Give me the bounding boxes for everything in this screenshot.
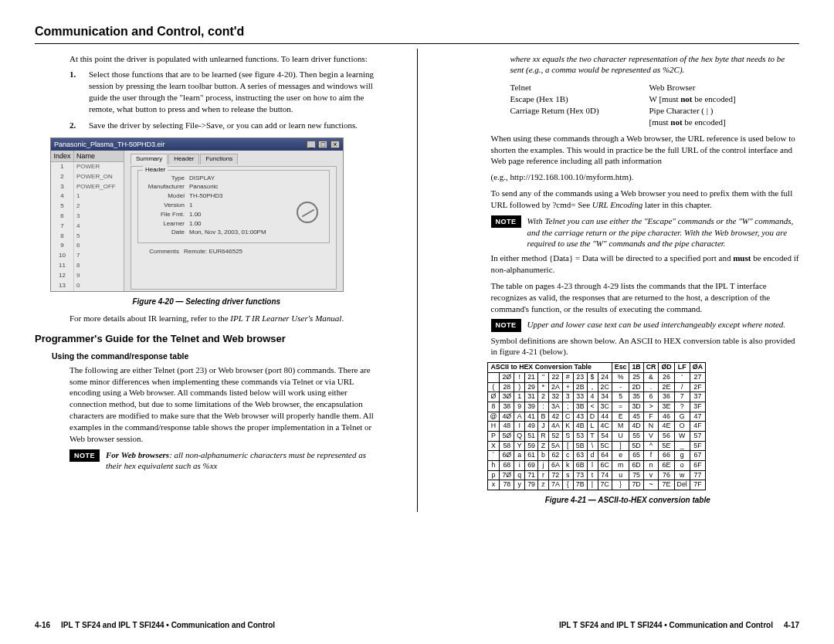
ascii-cell: 6E [659, 461, 674, 471]
ascii-cell: 74 [598, 470, 612, 480]
ascii-cell: 51 [525, 432, 538, 442]
ascii-cell: . [643, 382, 659, 392]
function-row[interactable]: 107 [51, 251, 124, 261]
ascii-cell: P [487, 432, 500, 442]
ascii-cell: U [612, 432, 629, 442]
ascii-cell: ( [487, 382, 500, 392]
ascii-cell: T [587, 432, 598, 442]
ascii-cell: 4B [573, 422, 587, 432]
ascii-cell: 4C [598, 422, 612, 432]
manual-name: IPL T IR Learner User's Manual [230, 314, 341, 323]
note-badge: NOTE [491, 215, 521, 228]
ascii-cell: [ [562, 441, 573, 451]
tab-summary[interactable]: Summary [131, 154, 168, 164]
using-table-heading: Using the command/response table [52, 351, 378, 361]
ascii-cell: W [674, 432, 690, 442]
ascii-cell: > [643, 402, 659, 412]
ascii-cell: - [612, 382, 629, 392]
step-num: 2. [70, 120, 76, 131]
ascii-cell: 57 [690, 432, 705, 442]
telnet-web-table: Telnet Web Browser Escape (Hex 1B) W [mu… [510, 82, 788, 127]
ascii-cell: 3F [690, 402, 705, 412]
ascii-row: H48I49J4AK4BL4CM4DN4EO4F [487, 422, 706, 432]
ascii-row: (28)29*2A+2B,2C-2D.2E/2F [487, 382, 706, 392]
url-ref-text: When using these commands through a Web … [456, 133, 800, 168]
ascii-cell: j [537, 461, 548, 471]
ascii-cell: 4F [690, 422, 705, 432]
ascii-cell: 6Ø [500, 451, 514, 461]
ascii-cell: 6A [548, 461, 562, 471]
tab-header[interactable]: Header [168, 154, 199, 164]
ascii-cell: 4A [548, 422, 562, 432]
ascii-cell: 26 [659, 372, 674, 382]
step-2: 2. Save the driver by selecting File->Sa… [89, 120, 378, 131]
ascii-cell: D [587, 412, 598, 422]
header-field: ManufacturerPanasonic [143, 183, 324, 192]
ascii-cell: $ [587, 372, 598, 382]
lf-label: LF [674, 363, 690, 373]
col-index: Index [51, 151, 74, 161]
note-telnet: NOTE With Telnet you can use either the … [491, 215, 800, 250]
ascii-row: h68i69j6Ak6Bl6Cm6Dn6Eo6F [487, 461, 706, 471]
ascii-cell: 22 [548, 372, 562, 382]
ascii-cell: 39 [525, 402, 538, 412]
ascii-cell: 3Ø [500, 392, 514, 402]
ascii-cell: 42 [548, 412, 562, 422]
ascii-cell: 27 [690, 372, 705, 382]
ascii-cell: 52 [548, 432, 562, 442]
ascii-cell: G [674, 412, 690, 422]
ascii-cell: e [612, 451, 629, 461]
ascii-cell: 43 [573, 412, 587, 422]
function-row[interactable]: 52 [51, 202, 124, 212]
ascii-cell: s [562, 470, 573, 480]
window-controls: _ □ × [306, 140, 340, 149]
function-row[interactable]: 130 [51, 281, 124, 291]
ascii-cell: u [612, 470, 629, 480]
function-row[interactable]: 129 [51, 271, 124, 281]
ascii-cell: 53 [573, 432, 587, 442]
device-icon [297, 202, 318, 223]
ascii-cell: 24 [598, 372, 612, 382]
intro-text: At this point the driver is populated wi… [35, 53, 378, 65]
ascii-cell: I [514, 422, 525, 432]
step-1: 1. Select those functions that are to be… [89, 69, 378, 114]
ascii-cell: 35 [629, 392, 643, 402]
function-row[interactable]: 96 [51, 241, 124, 251]
ascii-cell: 36 [659, 392, 674, 402]
function-row[interactable]: 1POWER [51, 162, 124, 172]
ascii-cell: 55 [629, 432, 643, 442]
ascii-cell: k [562, 461, 573, 471]
function-row[interactable]: 85 [51, 232, 124, 242]
function-row[interactable]: 74 [51, 222, 124, 232]
tab-functions[interactable]: Functions [200, 154, 238, 164]
ascii-cell: 3D [629, 402, 643, 412]
ascii-cell: 5A [548, 441, 562, 451]
ascii-cell: 76 [659, 470, 674, 480]
ascii-cell: & [643, 372, 659, 382]
ascii-cell: } [612, 480, 629, 490]
close-icon[interactable]: × [331, 141, 340, 148]
ascii-cell: 4Ø [500, 412, 514, 422]
maximize-icon[interactable]: □ [318, 141, 327, 148]
function-row[interactable]: 41 [51, 192, 124, 202]
function-row[interactable]: 14VOL+ [51, 290, 124, 291]
figure-4-20-caption: Figure 4-20 — Selecting driver functions [35, 297, 378, 307]
ascii-cell: y [514, 480, 525, 490]
ascii-cell: 45 [629, 412, 643, 422]
cr-label: CR [643, 363, 659, 373]
ascii-cell: 3E [659, 402, 674, 412]
ascii-cell: C [562, 412, 573, 422]
ascii-cell: 41 [525, 412, 538, 422]
ascii-cell: R [537, 432, 548, 442]
function-row[interactable]: 118 [51, 261, 124, 271]
function-row[interactable]: 63 [51, 212, 124, 222]
ascii-cell: N [643, 422, 659, 432]
minimize-icon[interactable]: _ [307, 141, 316, 148]
ascii-cell: 32 [548, 392, 562, 402]
function-row[interactable]: 3POWER_OFF [51, 182, 124, 192]
escape-hex: Escape (Hex 1B) [510, 93, 649, 105]
ascii-cell: 5 [612, 392, 629, 402]
function-row[interactable]: 2POWER_ON [51, 172, 124, 182]
ascii-cell: * [537, 382, 548, 392]
page-num-right: 4-17 [784, 620, 799, 631]
